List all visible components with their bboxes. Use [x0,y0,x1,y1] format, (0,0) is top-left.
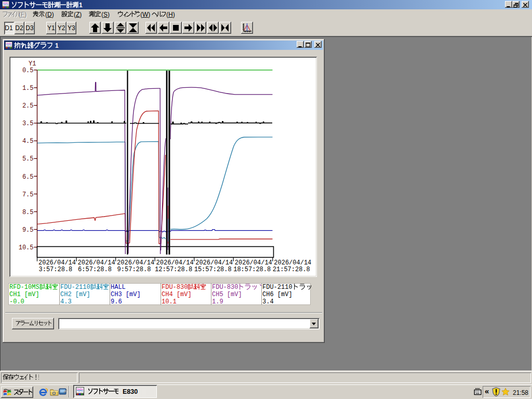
svg-text:1.5: 1.5 [22,85,34,92]
svg-text:Y1: Y1 [29,60,36,68]
svg-text:10.5: 10.5 [19,244,34,251]
svg-text:4.5: 4.5 [22,138,34,145]
svg-text:2026/04/14: 2026/04/14 [117,259,154,267]
svg-text:8.5: 8.5 [22,209,34,216]
svg-text:15:57:28.8: 15:57:28.8 [194,266,232,273]
svg-text:5.5: 5.5 [22,155,34,163]
svg-text:2026/04/14: 2026/04/14 [38,259,76,267]
svg-text:21:57:28.8: 21:57:28.8 [273,266,310,273]
svg-text:3.5: 3.5 [22,120,34,127]
svg-text:2026/04/14: 2026/04/14 [235,259,272,267]
svg-text:6.5: 6.5 [22,174,34,181]
svg-text:2.5: 2.5 [22,102,34,110]
svg-text:2026/04/14: 2026/04/14 [78,259,115,267]
svg-text:6:57:28.8: 6:57:28.8 [78,266,112,273]
svg-text:9.5: 9.5 [22,227,34,234]
svg-text:2026/04/14: 2026/04/14 [274,259,311,267]
svg-text:0.5: 0.5 [22,67,34,74]
svg-text:12:57:28.8: 12:57:28.8 [155,266,192,273]
svg-text:18:57:28.8: 18:57:28.8 [233,266,271,273]
svg-text:2026/04/14: 2026/04/14 [156,259,194,267]
svg-text:9:57:28.8: 9:57:28.8 [117,266,151,273]
svg-text:2026/04/14: 2026/04/14 [195,259,233,267]
svg-text:7.5: 7.5 [22,191,34,198]
svg-text:3:57:28.8: 3:57:28.8 [39,266,73,273]
